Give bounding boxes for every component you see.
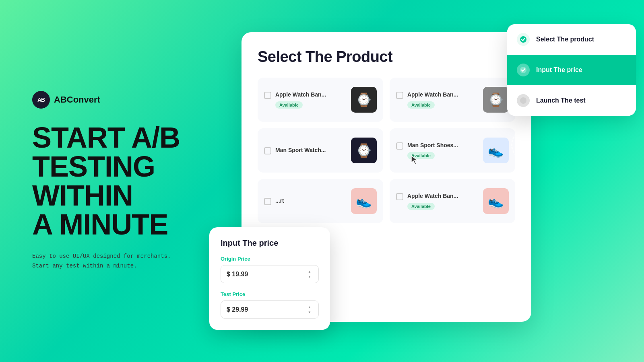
origin-stepper-up[interactable]: ▲ [306,269,313,274]
step-3-icon [517,94,530,107]
svg-point-0 [520,36,526,43]
svg-point-2 [520,97,526,104]
cursor-icon [411,155,419,165]
product-info-5: ...rt [275,197,284,204]
product-item-2[interactable]: Apple Watch Ban... Available ⌚ [390,78,515,122]
product-checkbox-3[interactable] [264,147,271,154]
logo-text: ABConvert [54,95,100,105]
check-icon-2 [520,67,526,73]
step-item-3[interactable]: Launch The test [507,85,636,116]
product-item-4[interactable]: Man Sport Shoes... Available 👟 [390,128,515,173]
product-image-5: 👟 [351,188,377,214]
step-2-label: Input The price [536,66,582,74]
product-card-title: Select The Product [258,48,515,66]
step-1-label: Select The product [536,36,594,43]
test-price-input[interactable]: $ 29.99 ▲ ▼ [221,300,319,319]
origin-stepper-down[interactable]: ▼ [306,275,313,279]
product-checkbox-1[interactable] [264,92,271,99]
product-image-4: 👟 [483,138,509,163]
product-item-1[interactable]: Apple Watch Ban... Available ⌚ [258,78,383,122]
product-item-3[interactable]: Man Sport Watch... ⌚ [258,128,383,173]
product-info-3: Man Sport Watch... [275,146,326,154]
step-1-icon [517,33,530,46]
page-wrapper: AB ABConvert START A/B TESTING WITHIN A … [0,0,644,362]
test-price-stepper[interactable]: ▲ ▼ [306,305,313,314]
right-panel: Select The Product Apple Watch Ban... Av… [209,0,644,362]
product-info-2: Apple Watch Ban... Available [407,91,458,109]
product-image-3: ⌚ [351,138,377,163]
subtitle: Easy to use UI/UX designed for merchants… [32,252,185,271]
circle-icon-3 [520,97,526,104]
product-image-2: ⌚ [483,87,509,113]
step-2-icon [517,64,530,76]
origin-price-stepper[interactable]: ▲ ▼ [306,269,313,279]
test-price-label: Test Price [221,291,319,297]
step-item-2[interactable]: Input The price [507,55,636,85]
left-panel: AB ABConvert START A/B TESTING WITHIN A … [0,67,209,295]
step-3-label: Launch The test [536,97,586,104]
product-image-1: ⌚ [351,87,377,113]
logo-row: AB ABConvert [32,91,185,109]
product-checkbox-2[interactable] [396,92,403,99]
check-icon-1 [520,36,526,43]
price-card-title: Input The price [221,239,319,248]
product-item-6[interactable]: Apple Watch Ban... Available 👟 [390,179,515,223]
product-checkbox-6[interactable] [396,193,403,200]
steps-panel: Select The product Input The price [507,24,636,116]
product-info-6: Apple Watch Ban... Available [407,192,458,210]
product-checkbox-5[interactable] [264,198,271,205]
product-info-1: Apple Watch Ban... Available [275,91,326,109]
headline: START A/B TESTING WITHIN A MINUTE [32,123,185,239]
origin-price-input[interactable]: $ 19.99 ▲ ▼ [221,265,319,283]
test-stepper-up[interactable]: ▲ [306,305,313,309]
logo-icon: AB [32,91,50,109]
test-price-value: $ 29.99 [227,306,248,313]
product-item-5[interactable]: ...rt 👟 [258,179,383,223]
origin-price-label: Origin Price [221,256,319,262]
test-stepper-down[interactable]: ▼ [306,310,313,314]
product-checkbox-4[interactable] [396,142,403,150]
price-input-card: Input The price Origin Price $ 19.99 ▲ ▼… [209,227,330,330]
origin-price-value: $ 19.99 [227,271,248,278]
step-item-1[interactable]: Select The product [507,24,636,55]
product-image-6: 👟 [483,188,509,214]
product-grid: Apple Watch Ban... Available ⌚ Apple Wat… [258,78,515,223]
